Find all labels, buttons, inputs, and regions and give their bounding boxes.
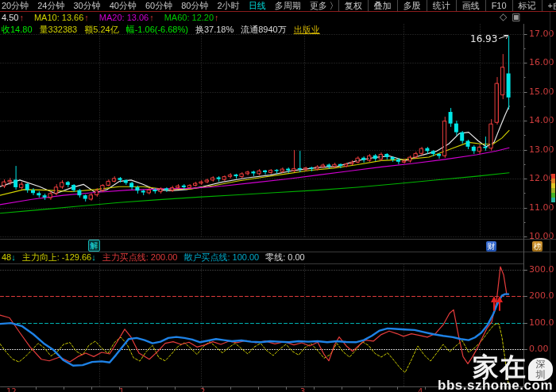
button-mark[interactable]: 标记	[512, 0, 542, 11]
watermark-url: bbs.szhome.com	[438, 379, 553, 392]
diamond-marker-icon[interactable]: ◇	[500, 12, 507, 22]
main-up-value: 主力向上: -129.66↓	[22, 252, 96, 263]
tab-daily[interactable]: 日线	[249, 0, 266, 11]
tab-2hour[interactable]: 2小时	[218, 0, 240, 11]
quote-info-bar: 收14.80 量332383 额5.24亿 幅-1.06(-6.68%) 换37…	[0, 25, 320, 35]
stock-app-window: 20分钟 24分钟 30分钟 40分钟 60分钟 80分钟 2小时 日线 多周期…	[0, 0, 556, 392]
indicator-legend: 48↓ 主力向上: -129.66↓ 主力买点线: 200.00 散户买点线: …	[2, 252, 305, 263]
button-multi-stock[interactable]: 多股	[397, 0, 427, 11]
tab-20min[interactable]: 20分钟	[2, 0, 29, 11]
main-buy-line-label: 主力买点线: 200.00	[102, 252, 178, 263]
button-overlay[interactable]: 叠加	[368, 0, 397, 11]
mini-window-icon[interactable]: ▣	[512, 12, 520, 22]
volume: 量332383	[40, 25, 78, 35]
button-adjust-rights[interactable]: 复权	[338, 0, 368, 11]
price-chart-canvas[interactable]	[0, 0, 556, 392]
close-price: 收14.80	[2, 25, 33, 35]
action-buttons: 复权 叠加 多股 统计 画线 F10 标记 +自选 返回	[338, 0, 556, 11]
period-tabs: 20分钟 24分钟 30分钟 40分钟 60分钟 80分钟 2小时 日线 多周期…	[0, 0, 338, 11]
chart-corner-tools: ◇ ▣	[500, 12, 521, 22]
up-arrow-icon: ↑	[84, 13, 89, 23]
button-add-watchlist[interactable]: +自选	[542, 0, 556, 11]
industry-link[interactable]: 出版业	[294, 25, 320, 35]
retail-buy-line-label: 散户买点线: 100.00	[183, 252, 259, 263]
top-toolbar: 20分钟 24分钟 30分钟 40分钟 60分钟 80分钟 2小时 日线 多周期…	[0, 0, 556, 12]
turnover-rate: 换37.18%	[195, 25, 234, 35]
tab-multi-period[interactable]: 多周期	[275, 0, 301, 11]
button-statistics[interactable]: 统计	[427, 0, 456, 11]
up-arrow-icon: ↑	[19, 13, 24, 23]
ma5-value: 4.50↑	[2, 13, 24, 23]
tab-60min[interactable]: 60分钟	[145, 0, 172, 11]
down-arrow-icon: ↓	[91, 252, 96, 262]
button-draw-line[interactable]: 画线	[456, 0, 485, 11]
finance-badge[interactable]: 财	[486, 241, 496, 252]
amount: 额5.24亿	[84, 25, 118, 35]
ma10-value: MA10: 13.66↑	[34, 13, 89, 23]
tab-40min[interactable]: 40分钟	[110, 0, 137, 11]
button-f10[interactable]: F10	[485, 0, 512, 11]
float-shares: 流通8940万	[241, 25, 286, 35]
ma-value-bar: 4.50↑ MA10: 13.66↑ MA20: 13.06↑ MA60: 12…	[0, 13, 219, 23]
ma20-value: MA20: 13.06↑	[99, 13, 154, 23]
up-arrow-icon: ↑	[149, 13, 154, 23]
unlock-event-badge[interactable]: 解	[88, 240, 100, 252]
chevron-right-icon: 〉	[330, 1, 338, 10]
zero-line-label: 零线: 0.00	[265, 252, 305, 263]
down-arrow-icon: ↓	[11, 252, 16, 262]
ranking-badge[interactable]: 榜	[532, 241, 542, 252]
indicator-partial-value: 48↓	[2, 252, 16, 263]
ma60-value: MA60: 12.20↑	[164, 13, 219, 23]
watermark-name: 家在	[473, 354, 527, 381]
tab-24min[interactable]: 24分钟	[37, 0, 64, 11]
watermark: 家在 深圳 bbs.szhome.com	[438, 354, 553, 392]
tab-80min[interactable]: 80分钟	[181, 0, 208, 11]
more-menu[interactable]: 更多〉	[310, 0, 338, 11]
tab-30min[interactable]: 30分钟	[74, 0, 101, 11]
up-arrow-icon: ↑	[214, 13, 219, 23]
change: 幅-1.06(-6.68%)	[126, 25, 188, 35]
